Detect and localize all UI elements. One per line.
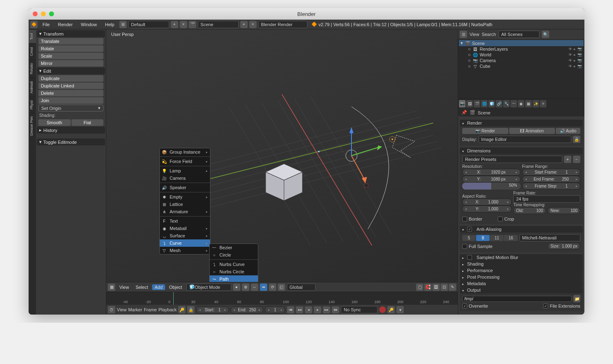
add-menu-surface[interactable]: ◡Surface — [160, 232, 210, 239]
curve-menu-circle[interactable]: ○Circle — [210, 251, 258, 259]
aa-sample-11[interactable]: 11 — [490, 235, 503, 241]
scene-selector[interactable]: Scene — [198, 21, 239, 28]
aa-sample-5[interactable]: 5 — [462, 235, 476, 241]
aspect-x[interactable]: ◂X:1.000▸ — [462, 199, 512, 205]
sync-selector[interactable]: No Sync — [341, 306, 378, 313]
menu-help[interactable]: Help — [102, 21, 118, 28]
add-preset-icon[interactable]: + — [564, 156, 571, 163]
render-engine-selector[interactable]: Blender Render — [258, 21, 307, 28]
prop-tab-material-icon[interactable]: ◉ — [518, 100, 524, 107]
scale-gizmo-icon[interactable]: ◱ — [278, 284, 285, 291]
tab-relations[interactable]: Relatio — [29, 59, 36, 78]
transform-panel-header[interactable]: ▾ Transform — [37, 30, 105, 37]
display-selector[interactable]: Image Editor — [479, 136, 571, 143]
menu-render[interactable]: Render — [55, 21, 76, 28]
vp-select-menu[interactable]: Select — [133, 285, 151, 290]
render-button[interactable]: 📷 Render — [462, 128, 508, 134]
resolution-x[interactable]: ◂X:1920 px▸ — [462, 169, 521, 176]
outliner-tree[interactable]: ▾ 🎬Scene○ 🖼RenderLayers👁▸📷○ 🌐World👁▸📷○ 📷… — [458, 39, 584, 98]
3d-viewport[interactable]: User Persp — [106, 29, 458, 282]
curve-menu-nurbs-circle[interactable]: ○Nurbs Circle — [210, 268, 258, 275]
smb-checkbox[interactable] — [467, 255, 472, 260]
add-menu-camera[interactable]: 🎥Camera — [160, 174, 210, 182]
history-panel-header[interactable]: ▸ History — [37, 127, 105, 134]
pivot-icon[interactable]: ⊕ — [242, 284, 249, 291]
pin-icon[interactable]: 📌 — [461, 110, 467, 115]
aa-enable-checkbox[interactable] — [467, 227, 472, 232]
jump-start-icon[interactable]: ⏮ — [287, 306, 294, 313]
out-view-menu[interactable]: View — [470, 32, 479, 37]
add-menu-mesh[interactable]: ▽Mesh — [160, 247, 210, 254]
menu-file[interactable]: File — [39, 21, 53, 28]
prop-tab-particles-icon[interactable]: ✨ — [532, 100, 539, 107]
add-menu-empty[interactable]: ✱Empty — [160, 193, 210, 201]
timeline-editor-icon[interactable]: ⏱ — [108, 306, 115, 313]
metadata-section-header[interactable]: Metadata — [460, 280, 583, 287]
end-frame[interactable]: ◂End Frame:250▸ — [522, 176, 581, 183]
border-checkbox[interactable] — [462, 217, 467, 221]
add-menu-text[interactable]: FText — [160, 217, 210, 225]
shading-section-header[interactable]: Shading — [460, 261, 583, 267]
remap-old[interactable]: Old: 100 — [513, 207, 546, 214]
layer-icon[interactable]: ▢ — [416, 284, 423, 291]
rotate-button[interactable]: Rotate — [38, 45, 103, 52]
smooth-button[interactable]: Smooth — [38, 119, 71, 126]
performance-section-header[interactable]: Performance — [460, 267, 583, 274]
tab-create[interactable]: Creat — [29, 43, 36, 59]
scene-icon[interactable]: 🎬 — [189, 21, 196, 28]
post-section-header[interactable]: Post Processing — [460, 274, 583, 280]
tab-tools[interactable]: Tool — [29, 29, 36, 43]
search-icon[interactable]: 🔍 — [542, 31, 549, 38]
remove-layout-icon[interactable]: × — [180, 21, 187, 28]
add-menu-lamp[interactable]: 💡Lamp — [160, 167, 210, 174]
start-frame[interactable]: ◂Start Frame:1▸ — [522, 169, 581, 176]
curve-menu-bezier[interactable]: 〰Bezier — [210, 244, 258, 251]
play-icon[interactable]: ▸ — [314, 306, 321, 313]
lock-icon[interactable]: 🔒 — [187, 306, 195, 313]
current-frame-field[interactable]: ◂1▸ — [265, 306, 285, 313]
resolution-percent[interactable]: 50% — [462, 183, 521, 190]
add-menu-armature[interactable]: ⋔Armature — [160, 208, 210, 215]
close-window-icon[interactable] — [33, 11, 38, 16]
keying-set-icon[interactable]: 🔑 — [387, 306, 395, 313]
snap-icon[interactable]: 🧲 — [424, 284, 432, 291]
scale-button[interactable]: Scale — [38, 53, 103, 59]
prop-tab-constraints-icon[interactable]: 🔗 — [496, 100, 502, 107]
orientation-selector[interactable]: Global — [287, 284, 315, 291]
render-section-header[interactable]: Render — [460, 120, 583, 126]
vp-add-menu[interactable]: Add — [152, 284, 165, 290]
add-menu-speaker[interactable]: 🔊Speaker — [160, 184, 210, 191]
minimize-window-icon[interactable] — [41, 11, 46, 16]
keyframe-prev-icon[interactable]: ◂◂ — [296, 306, 303, 313]
smb-section-header[interactable]: Sampled Motion Blur — [460, 254, 583, 261]
overlays-icon[interactable]: ⊡ — [441, 284, 448, 291]
frame-step[interactable]: ◂Frame Step:1▸ — [522, 183, 581, 190]
tab-animation[interactable]: Animati — [29, 78, 36, 97]
outliner-filter[interactable]: All Scenes — [499, 31, 539, 38]
maximize-window-icon[interactable] — [49, 11, 54, 16]
prop-tab-renderlayers-icon[interactable]: 🖼 — [466, 100, 473, 107]
remap-new[interactable]: New: 100 — [548, 207, 580, 214]
blender-logo-icon[interactable]: 🔶 — [30, 21, 38, 28]
tl-marker-menu[interactable]: Marker — [128, 307, 142, 312]
toggle-editmode-panel[interactable]: ▾ Toggle Editmode — [37, 138, 105, 145]
output-section-header[interactable]: Output — [460, 287, 583, 293]
add-menu-group-instance[interactable]: 📦Group Instance — [160, 148, 210, 156]
browse-folder-icon[interactable]: 📁 — [573, 295, 580, 302]
end-frame-field[interactable]: ◂End:250▸ — [230, 306, 263, 313]
set-origin-dropdown[interactable]: Set Origin▾ — [38, 105, 103, 112]
fullsample-checkbox[interactable] — [462, 244, 467, 249]
add-menu-curve[interactable]: ⤵Curve — [160, 239, 210, 247]
prop-tab-scene-icon[interactable]: 🎬 — [474, 100, 480, 107]
lock-interface-icon[interactable]: 🔒 — [573, 136, 580, 143]
prop-tab-world-icon[interactable]: 🌐 — [481, 100, 488, 107]
gpencil-icon[interactable]: ✎ — [449, 284, 456, 291]
output-path-field[interactable] — [462, 296, 572, 302]
screen-layout-icon[interactable]: ⊞ — [119, 21, 127, 28]
animation-button[interactable]: 🎞 Animation — [509, 128, 555, 134]
add-scene-icon[interactable]: + — [240, 21, 248, 28]
tl-frame-menu[interactable]: Frame — [144, 307, 157, 312]
aspect-y[interactable]: ◂Y:1.000▸ — [462, 205, 512, 212]
tree-camera[interactable]: ○ 📷Camera👁▸📷 — [459, 58, 584, 63]
flat-button[interactable]: Flat — [72, 119, 104, 126]
